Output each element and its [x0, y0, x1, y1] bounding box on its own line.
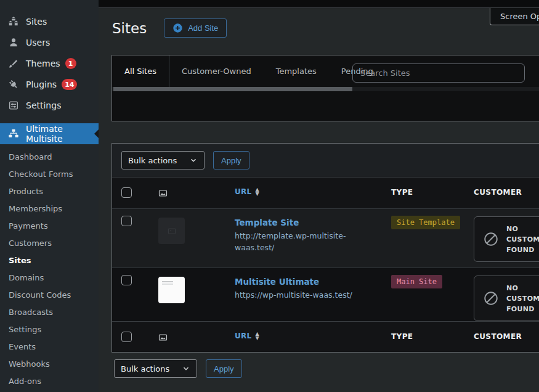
table-toolbar-top: Bulk actions Apply [112, 144, 539, 178]
table-footer-row: URL ▲▼ TYPE CUSTOMER [112, 321, 539, 352]
bulk-actions-label: Bulk actions [128, 156, 177, 165]
horizontal-scrollbar-track [112, 87, 539, 91]
submenu-item-checkout-forms[interactable]: Checkout Forms [0, 165, 99, 182]
ultimate-multisite-submenu: Dashboard Checkout Forms Products Member… [0, 144, 99, 390]
page-header: Sites Add Site [112, 18, 227, 38]
table-toolbar-bottom: Bulk actions Apply [114, 359, 242, 378]
apply-button[interactable]: Apply [213, 151, 249, 169]
sidebar-item-label: Sites [26, 17, 47, 27]
sidebar-item-label: Themes [26, 59, 60, 68]
sidebar-item-ultimate-multisite[interactable]: Ultimate Multisite [0, 123, 99, 144]
no-entry-icon [483, 231, 499, 247]
sidebar-item-plugins[interactable]: Plugins 14 [0, 74, 99, 95]
submenu-item-customers[interactable]: Customers [0, 234, 99, 251]
submenu-item-discount-codes[interactable]: Discount Codes [0, 286, 99, 303]
customer-card: NO CUSTOMER FOUND [474, 216, 539, 262]
tab-templates[interactable]: Templates [264, 55, 329, 87]
select-all-checkbox[interactable] [121, 187, 132, 198]
submenu-item-events[interactable]: Events [0, 338, 99, 355]
submenu-item-products[interactable]: Products [0, 182, 99, 200]
site-name-link[interactable]: Multisite Ultimate [235, 277, 319, 287]
sidebar: Sites Users Themes 1 Plugins 14 [0, 0, 99, 392]
submenu-item-domains[interactable]: Domains [0, 269, 99, 286]
image-column-icon [158, 189, 168, 198]
table-row: Template Site http://template.wp-multisi… [112, 208, 539, 267]
themes-update-badge: 1 [65, 58, 76, 69]
submenu-item-dashboard[interactable]: Dashboard [0, 148, 99, 165]
site-thumbnail[interactable] [158, 277, 185, 303]
site-url-link[interactable]: https://wp-multisite-waas.test/ [235, 289, 364, 301]
active-menu-arrow [94, 129, 99, 138]
sidebar-item-themes[interactable]: Themes 1 [0, 53, 99, 74]
sidebar-item-label: Settings [26, 100, 61, 110]
tab-all-sites[interactable]: All Sites [112, 55, 169, 87]
chevron-down-icon [182, 364, 190, 373]
url-column-header[interactable]: URL [235, 332, 252, 340]
sidebar-item-users[interactable]: Users [0, 32, 99, 53]
settings-icon [7, 99, 20, 112]
bulk-actions-select[interactable]: Bulk actions [121, 151, 205, 169]
screen-options-button[interactable]: Screen Options [490, 8, 539, 25]
no-customer-text: NO CUSTOMER FOUND [506, 283, 539, 314]
submenu-item-webhooks[interactable]: Webhooks [0, 355, 99, 372]
sort-arrows-icon[interactable]: ▲▼ [256, 187, 259, 196]
site-thumbnail[interactable] [158, 218, 185, 244]
sites-table-panel: Bulk actions Apply URL ▲▼ TYPE CUSTOMER … [111, 143, 539, 353]
add-site-label: Add Site [188, 23, 218, 33]
search-sites-input[interactable] [352, 63, 525, 83]
no-customer-text: NO CUSTOMER FOUND [506, 224, 539, 255]
chevron-down-icon [189, 156, 198, 165]
apply-button[interactable]: Apply [206, 359, 242, 378]
plus-circle-icon [172, 23, 183, 33]
sidebar-item-sites[interactable]: Sites [0, 11, 99, 32]
add-site-button[interactable]: Add Site [164, 18, 227, 38]
customer-column-header: CUSTOMER [474, 332, 522, 341]
brush-icon [7, 57, 20, 70]
site-url-link[interactable]: http://template.wp-multisite-waas.test/ [235, 230, 364, 253]
select-all-checkbox[interactable] [121, 332, 132, 342]
sites-filter-panel: All Sites Customer-Owned Templates Pendi… [111, 55, 539, 121]
site-type-badge: Main Site [391, 275, 442, 288]
tab-customer-owned[interactable]: Customer-Owned [169, 55, 264, 87]
network-icon [7, 128, 20, 140]
multisite-icon [7, 15, 20, 28]
submenu-item-broadcasts[interactable]: Broadcasts [0, 303, 99, 321]
sidebar-item-label: Users [26, 38, 50, 47]
sort-arrows-icon[interactable]: ▲▼ [256, 332, 259, 340]
type-column-header: TYPE [391, 332, 413, 341]
page-title: Sites [112, 20, 147, 36]
admin-menu: Sites Users Themes 1 Plugins 14 [0, 0, 99, 390]
submenu-item-add-ons[interactable]: Add-ons [0, 372, 99, 390]
customer-card: NO CUSTOMER FOUND [474, 276, 539, 321]
row-checkbox[interactable] [121, 216, 132, 226]
site-type-badge: Site Template [391, 216, 460, 229]
table-header-row: URL ▲▼ TYPE CUSTOMER [112, 178, 539, 208]
submenu-item-sites[interactable]: Sites [0, 251, 99, 269]
row-checkbox[interactable] [121, 275, 132, 285]
sidebar-item-settings[interactable]: Settings [0, 95, 99, 116]
image-column-icon [158, 333, 168, 342]
plug-icon [7, 78, 20, 91]
table-row: Multisite Ultimate https://wp-multisite-… [112, 267, 539, 321]
horizontal-scrollbar-thumb[interactable] [113, 87, 352, 91]
submenu-item-memberships[interactable]: Memberships [0, 200, 99, 217]
site-name-link[interactable]: Template Site [235, 218, 299, 227]
screen-options-label: Screen Options [500, 12, 539, 21]
user-icon [7, 36, 20, 49]
sidebar-item-label: Plugins [26, 80, 57, 89]
url-column-header[interactable]: URL [235, 187, 252, 196]
admin-top-bar [99, 0, 539, 8]
plugins-update-badge: 14 [62, 79, 77, 90]
submenu-item-settings[interactable]: Settings [0, 321, 99, 338]
bulk-actions-label: Bulk actions [121, 364, 169, 374]
sidebar-item-label: Ultimate Multisite [26, 124, 91, 144]
no-entry-icon [483, 290, 499, 306]
customer-column-header: CUSTOMER [474, 188, 522, 197]
type-column-header: TYPE [391, 188, 413, 197]
bulk-actions-select[interactable]: Bulk actions [114, 359, 197, 378]
submenu-item-payments[interactable]: Payments [0, 217, 99, 234]
